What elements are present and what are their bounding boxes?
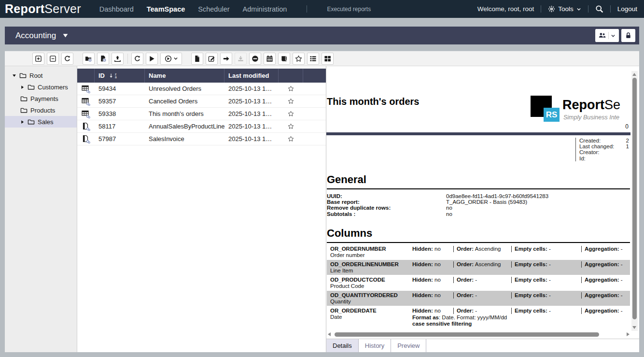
teamspace-selector[interactable]: Accounting	[15, 31, 69, 41]
field-row: Subtotals :no	[327, 211, 630, 217]
tools-button[interactable]: Tools	[548, 5, 581, 13]
report-row[interactable]: 59338 This month's orders 2025-10-13 1…	[77, 108, 326, 120]
horizontal-scrollbar-thumb[interactable]	[335, 332, 599, 337]
rs-badge: RS	[544, 108, 560, 122]
report-row[interactable]: 59357 Cancelled Orders 2025-10-13 1…	[77, 95, 326, 108]
search-button[interactable]	[595, 5, 603, 13]
favorite-star-icon[interactable]	[279, 123, 303, 129]
field-value: no	[446, 205, 452, 211]
nav-teamspace[interactable]: TeamSpace	[147, 5, 185, 13]
favorite-star-icon[interactable]	[279, 136, 303, 142]
report-row[interactable]: 59434 Unresolved Orders 2025-10-13 1…	[77, 83, 326, 95]
toolbar-button[interactable]	[97, 53, 109, 65]
tree-item-sales[interactable]: Sales	[5, 116, 77, 128]
tree-item-label: Sales	[38, 118, 54, 126]
horizontal-scrollbar[interactable]	[327, 331, 630, 338]
folder-icon	[19, 72, 27, 79]
logout-button[interactable]: Logout	[617, 5, 637, 13]
column-format-info: Format as: Date. Format: yyyy/MM/dd case…	[412, 314, 630, 331]
toolbar-button[interactable]	[278, 53, 290, 65]
toolbar-button[interactable]	[206, 53, 218, 65]
expander-icon[interactable]	[20, 85, 28, 89]
id-column-header[interactable]: ID za	[95, 69, 145, 83]
top-header: ReportServer DashboardTeamSpaceScheduler…	[0, 0, 644, 18]
favorite-star-icon[interactable]	[279, 98, 303, 104]
toolbar-button[interactable]	[112, 53, 124, 65]
metadata-block: Created: 2 Last changed: 1 Creator: Id:	[575, 138, 630, 161]
column-name: OD_ORDERLINENUMBER	[330, 261, 412, 268]
toolbar-button[interactable]	[47, 53, 59, 65]
chevron-down-icon[interactable]	[576, 7, 581, 12]
tree-item-root[interactable]: Root	[5, 70, 77, 81]
toolbar-button[interactable]	[264, 53, 276, 65]
chevron-down-icon[interactable]	[173, 56, 178, 61]
toolbar-button[interactable]	[220, 53, 232, 65]
chevron-down-icon[interactable]	[62, 32, 69, 39]
tree-item-products[interactable]: Products	[5, 104, 77, 116]
id-column-label: ID	[98, 72, 105, 79]
security-button[interactable]	[621, 29, 635, 42]
reportserver-logo: RS ReportSe Simply Business Inte	[531, 96, 630, 124]
scroll-up-arrow[interactable]	[632, 73, 636, 76]
nav-scheduler[interactable]: Scheduler	[198, 5, 229, 13]
scroll-left-arrow[interactable]	[328, 332, 331, 336]
chevron-down-icon[interactable]	[611, 33, 616, 38]
column-alias: Quantity	[330, 299, 412, 305]
tree-item-customers[interactable]: Customers	[5, 81, 77, 93]
report-row[interactable]: 58117 AnnualSalesByProductLine 2025-10-1…	[77, 120, 326, 133]
favorite-star-icon[interactable]	[279, 111, 303, 117]
report-row[interactable]: 57987 SalesInvoice 2025-10-13 1…	[77, 133, 326, 145]
execute-report-button	[146, 53, 158, 65]
users-icon	[599, 32, 606, 39]
toolbar-button[interactable]	[191, 53, 203, 65]
toolbar-button[interactable]	[83, 53, 95, 65]
tab-details[interactable]: Details	[326, 339, 359, 352]
collapse-tree-button	[47, 53, 59, 65]
toolbar-button[interactable]	[235, 53, 247, 65]
name-column-header[interactable]: Name	[145, 69, 224, 83]
vertical-scrollbar-thumb[interactable]	[632, 78, 637, 319]
tab-preview[interactable]: Preview	[391, 339, 426, 352]
expander-icon[interactable]	[20, 119, 28, 124]
tree-item-label: Products	[30, 107, 55, 114]
tree-item-label: Customers	[38, 84, 68, 91]
toolbar-button[interactable]	[293, 53, 305, 65]
vertical-scrollbar[interactable]	[631, 71, 638, 331]
nav-executed-reports[interactable]: Executed reports	[327, 6, 371, 13]
sort-descending-icon[interactable]: za	[109, 73, 117, 79]
report-name: This month's orders	[145, 110, 224, 117]
remove-button	[249, 53, 261, 65]
report-type-icon	[77, 110, 95, 118]
report-title: This month's orders	[327, 96, 419, 107]
toolbar-button[interactable]	[32, 53, 44, 65]
favorite-star-icon[interactable]	[279, 86, 303, 92]
members-button[interactable]	[595, 29, 619, 42]
column-alias: Order number	[330, 252, 412, 258]
nav-administration[interactable]: Administration	[243, 5, 287, 13]
scroll-down-arrow[interactable]	[632, 326, 636, 329]
schedule-button	[264, 53, 276, 65]
toolbar	[5, 51, 639, 66]
separator	[541, 5, 541, 13]
add-report-variant-button	[97, 53, 109, 65]
toolbar-button[interactable]	[160, 53, 182, 65]
folder-icon	[28, 84, 35, 91]
main-area: Root Customers Payments Products Sal	[5, 66, 639, 352]
details-panel: This month's orders RS ReportSe Simply B…	[326, 66, 639, 352]
toolbar-button[interactable]	[146, 53, 158, 65]
expand-tree-button	[32, 53, 44, 65]
toolbar-button[interactable]	[61, 53, 73, 65]
toolbar-button[interactable]	[307, 53, 319, 65]
field-value: no	[446, 211, 452, 217]
tab-history[interactable]: History	[359, 339, 391, 352]
expander-icon[interactable]	[12, 73, 19, 78]
meta-row: Last changed: 1	[579, 143, 630, 149]
modified-column-header[interactable]: Last modified	[224, 69, 279, 83]
tree-item-payments[interactable]: Payments	[5, 93, 77, 104]
toolbar-button[interactable]	[249, 53, 261, 65]
teamspace-bar: Accounting	[5, 27, 639, 44]
nav-dashboard[interactable]: Dashboard	[99, 5, 134, 13]
toolbar-button[interactable]	[131, 53, 143, 65]
scroll-right-arrow[interactable]	[627, 332, 630, 336]
toolbar-button[interactable]	[322, 53, 334, 65]
